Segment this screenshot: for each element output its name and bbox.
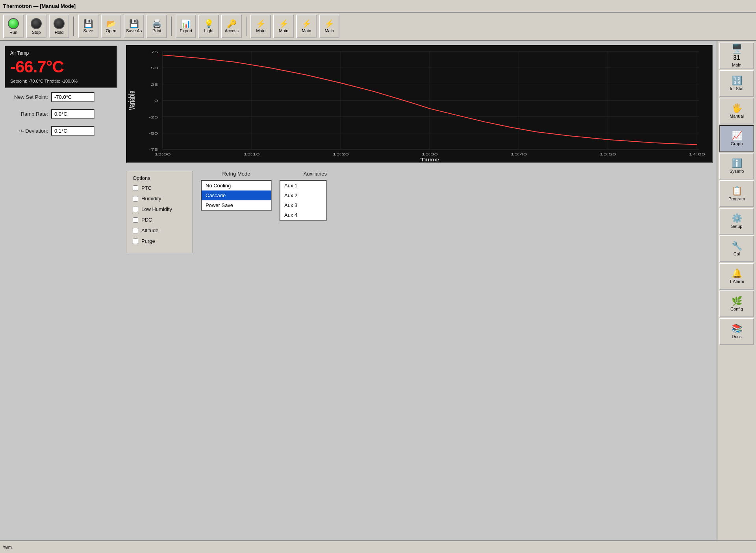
main1-button[interactable]: ⚡ Main bbox=[250, 15, 271, 38]
options-area: Options PTC Humidity Low Humidity PDC bbox=[126, 171, 713, 253]
hold-button[interactable]: Hold bbox=[49, 15, 69, 38]
talarm-icon: 🔔 bbox=[732, 269, 742, 278]
aux2-item[interactable]: Aux 2 bbox=[280, 190, 326, 200]
refrig-cascade[interactable]: Cascade bbox=[202, 190, 271, 200]
sidebar-talarm-btn[interactable]: 🔔 T Alarm bbox=[719, 263, 754, 290]
sidebar-docs-btn[interactable]: 📚 Docs bbox=[719, 318, 754, 345]
graph-container: 75 50 25 0 -25 -50 -75 13:00 13:10 13:20… bbox=[126, 45, 713, 163]
svg-text:13:20: 13:20 bbox=[333, 152, 349, 157]
print-button[interactable]: 🖨️ Print bbox=[146, 15, 167, 38]
aux-title: Auxiliaries bbox=[280, 171, 327, 177]
sidebar-cal-label: Cal bbox=[734, 252, 740, 256]
svg-text:-75: -75 bbox=[148, 148, 158, 152]
aux3-item[interactable]: Aux 3 bbox=[280, 200, 326, 210]
refrig-power-save[interactable]: Power Save bbox=[202, 200, 271, 210]
refrig-no-cooling[interactable]: No Cooling bbox=[202, 181, 271, 190]
sidebar-manual-label: Manual bbox=[730, 114, 744, 118]
main3-button[interactable]: ⚡ Main bbox=[296, 15, 317, 38]
sidebar-manual-btn[interactable]: 🖐️ Manual bbox=[719, 98, 754, 124]
save-label: Save bbox=[83, 28, 93, 33]
svg-rect-0 bbox=[127, 46, 712, 162]
svg-text:0: 0 bbox=[154, 98, 158, 103]
auxiliaries-box: Auxiliaries Aux 1 Aux 2 Aux 3 Aux 4 bbox=[280, 171, 327, 253]
altitude-checkbox[interactable] bbox=[133, 228, 138, 233]
ptc-checkbox[interactable] bbox=[133, 185, 138, 191]
sidebar-intstat-btn[interactable]: 🔢 Int Stat bbox=[719, 70, 754, 97]
access-label: Access bbox=[225, 28, 239, 33]
screen-icon: 🖥️ bbox=[732, 44, 742, 53]
center-panel: 75 50 25 0 -25 -50 -75 13:00 13:10 13:20… bbox=[122, 41, 717, 553]
main3-label: Main bbox=[302, 28, 311, 33]
sidebar-config-btn[interactable]: 🌿 Config bbox=[719, 290, 754, 317]
saveas-label: Save As bbox=[126, 28, 142, 33]
status-bar: %/m bbox=[0, 540, 756, 553]
run-icon bbox=[8, 18, 19, 29]
main2-icon: ⚡ bbox=[279, 20, 289, 28]
main4-button[interactable]: ⚡ Main bbox=[319, 15, 339, 38]
print-label: Print bbox=[152, 28, 161, 33]
svg-text:-25: -25 bbox=[148, 115, 158, 119]
options-box: Options PTC Humidity Low Humidity PDC bbox=[126, 171, 193, 253]
svg-text:13:30: 13:30 bbox=[422, 152, 438, 157]
hold-label: Hold bbox=[55, 30, 64, 35]
main-layout: Air Temp -66.7°C Setpoint: -70.0°C Throt… bbox=[0, 41, 756, 553]
ptc-label: PTC bbox=[141, 185, 152, 191]
sidebar-cal-btn[interactable]: 🔧 Cal bbox=[719, 235, 754, 262]
separator-1 bbox=[73, 17, 74, 36]
pdc-row: PDC bbox=[133, 217, 186, 223]
svg-text:13:40: 13:40 bbox=[511, 152, 527, 157]
sidebar-program-btn[interactable]: 📋 Program bbox=[719, 180, 754, 207]
program-icon: 📋 bbox=[732, 187, 742, 195]
saveas-button[interactable]: 💾 Save As bbox=[124, 15, 144, 38]
sysinfo-icon: ℹ️ bbox=[732, 159, 742, 168]
stop-icon bbox=[31, 18, 42, 29]
svg-text:13:50: 13:50 bbox=[600, 152, 616, 157]
open-label: Open bbox=[106, 28, 117, 33]
save-button[interactable]: 💾 Save bbox=[78, 15, 98, 38]
manual-icon: 🖐️ bbox=[732, 104, 742, 113]
new-setpoint-input[interactable] bbox=[51, 92, 94, 102]
refrig-mode-box: Refrig Mode No Cooling Cascade Power Sav… bbox=[201, 171, 272, 253]
light-label: Light bbox=[204, 28, 213, 33]
sidebar-setup-btn[interactable]: ⚙️ Setup bbox=[719, 208, 754, 235]
sidebar-sysinfo-btn[interactable]: ℹ️ SysInfo bbox=[719, 153, 754, 179]
hold-icon bbox=[54, 18, 65, 29]
light-button[interactable]: 💡 Light bbox=[198, 15, 219, 38]
pdc-checkbox[interactable] bbox=[133, 217, 138, 223]
stop-button[interactable]: Stop bbox=[26, 15, 46, 38]
humidity-checkbox[interactable] bbox=[133, 196, 138, 202]
air-temp-label: Air Temp bbox=[10, 50, 112, 56]
air-temp-setpoint: Setpoint: -70.0°C Throttle: -100.0% bbox=[10, 79, 112, 83]
purge-label: Purge bbox=[141, 238, 155, 244]
open-button[interactable]: 📂 Open bbox=[101, 15, 121, 38]
aux4-item[interactable]: Aux 4 bbox=[280, 210, 326, 220]
sidebar-31-label: 31 bbox=[733, 54, 740, 61]
altitude-label: Altitude bbox=[141, 227, 158, 233]
main1-icon: ⚡ bbox=[256, 20, 266, 28]
sidebar-graph-btn[interactable]: 📈 Graph bbox=[719, 125, 754, 152]
refrig-mode-title: Refrig Mode bbox=[201, 171, 272, 177]
lowhumidity-checkbox[interactable] bbox=[133, 207, 138, 212]
right-sidebar: 🖥️ 31 Main 🔢 Int Stat 🖐️ Manual 📈 Graph … bbox=[717, 41, 756, 553]
main2-button[interactable]: ⚡ Main bbox=[273, 15, 294, 38]
sidebar-docs-label: Docs bbox=[732, 334, 741, 339]
sidebar-graph-label: Graph bbox=[731, 141, 743, 146]
sidebar-screen-btn[interactable]: 🖥️ 31 Main bbox=[719, 43, 754, 69]
svg-text:13:10: 13:10 bbox=[243, 152, 260, 157]
lowhumidity-row: Low Humidity bbox=[133, 206, 186, 212]
sidebar-intstat-label: Int Stat bbox=[730, 86, 744, 91]
app-title: Thermotron — [Manual Mode] bbox=[3, 3, 76, 9]
main2-label: Main bbox=[279, 28, 288, 33]
purge-checkbox[interactable] bbox=[133, 239, 138, 244]
deviation-input[interactable] bbox=[51, 126, 94, 136]
access-icon: 🔑 bbox=[227, 20, 237, 28]
export-button[interactable]: 📊 Export bbox=[176, 15, 196, 38]
options-title: Options bbox=[133, 175, 186, 181]
ramp-rate-label: Ramp Rate: bbox=[5, 111, 48, 117]
toolbar: Run Stop Hold 💾 Save 📂 Open 💾 Save As 🖨️… bbox=[0, 13, 756, 41]
ramp-rate-input[interactable] bbox=[51, 109, 94, 119]
svg-text:Variable: Variable bbox=[127, 91, 136, 110]
aux1-item[interactable]: Aux 1 bbox=[280, 181, 326, 190]
run-button[interactable]: Run bbox=[3, 15, 24, 38]
access-button[interactable]: 🔑 Access bbox=[221, 15, 242, 38]
